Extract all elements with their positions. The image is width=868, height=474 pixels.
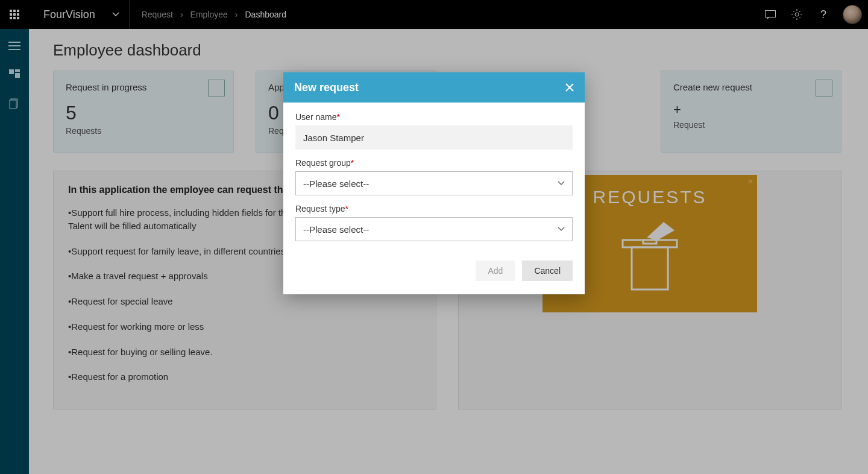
close-icon[interactable] [565,83,574,92]
request-group-label: Request group* [295,158,573,168]
select-value: --Please select-- [303,224,369,235]
select-value: --Please select-- [303,179,369,189]
request-type-select[interactable]: --Please select-- [295,217,573,241]
username-label: User name* [295,112,573,122]
username-input[interactable] [295,125,573,150]
chevron-down-icon [558,180,565,187]
chevron-down-icon [558,226,565,233]
request-type-label: Request type* [295,204,573,213]
modal-header: New request [283,72,585,103]
modal-footer: Add Cancel [283,254,585,294]
modal-title: New request [294,81,359,94]
request-group-select[interactable]: --Please select-- [295,171,573,195]
cancel-button[interactable]: Cancel [522,261,573,281]
new-request-modal: New request User name* Request group* --… [283,72,585,294]
add-button[interactable]: Add [476,261,515,281]
modal-body: User name* Request group* --Please selec… [283,103,585,254]
